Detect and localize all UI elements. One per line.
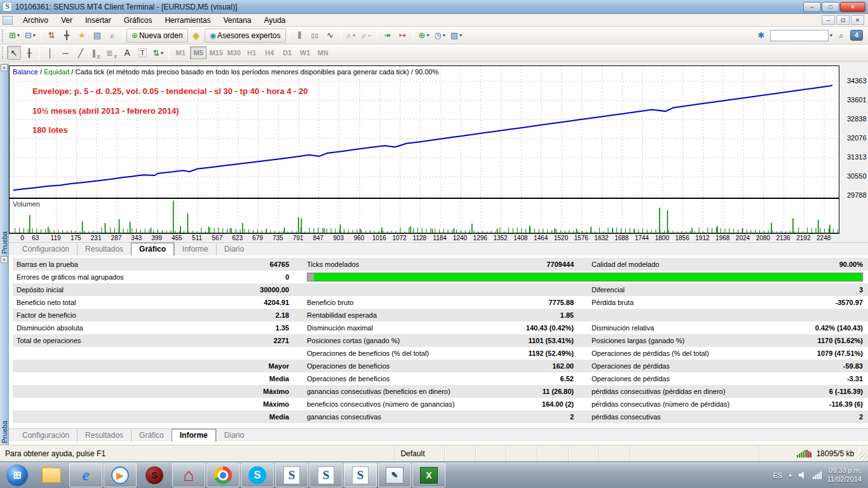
settings-button[interactable]: ✱ [754, 29, 768, 43]
minimize-button[interactable]: – [803, 2, 821, 12]
restore-button[interactable]: □ [822, 2, 839, 12]
timeframe-h4[interactable]: H4 [261, 46, 278, 59]
status-profile[interactable]: Default [395, 445, 444, 461]
close-button[interactable]: ✕ [840, 2, 865, 12]
chart-menu-icon[interactable] [3, 16, 13, 25]
auto-scroll-button[interactable]: ↠ [381, 29, 395, 43]
taskbar-maroon-app[interactable]: S [138, 463, 171, 487]
timeframe-h1[interactable]: H1 [243, 46, 260, 59]
taskbar-media-player[interactable]: ▶ [104, 463, 137, 487]
taskbar-start-button[interactable]: ⊞ [1, 463, 34, 487]
bar-chart-button[interactable]: ⫼ [293, 29, 307, 43]
taskbar-chrome[interactable] [207, 463, 240, 487]
profiles-button[interactable]: ⊟ ▾ [23, 29, 37, 43]
line-chart-button[interactable]: ∿ [323, 29, 337, 43]
mdi-restore-button[interactable]: ⊡ [836, 15, 850, 25]
maroon-app-icon: S [146, 466, 163, 484]
metaeditor-button[interactable]: ◆ [189, 29, 203, 43]
volume-icon[interactable] [799, 471, 807, 479]
menu-insertar[interactable]: Insertar [79, 15, 118, 26]
taskbar-internet-explorer[interactable]: e [69, 463, 102, 487]
taskbar-broker-app[interactable]: ⌂ [172, 463, 205, 487]
language-indicator[interactable]: ES [773, 471, 782, 479]
indicators-button[interactable]: ⊕ ▾ [417, 29, 431, 43]
navigator-button[interactable]: ★ [75, 29, 89, 43]
text-label-button[interactable]: T [135, 46, 149, 60]
text-button[interactable]: A [120, 46, 134, 60]
search-input[interactable] [770, 30, 829, 41]
chart-shift-button[interactable]: ↦ [396, 29, 410, 43]
cursor-button[interactable]: ↖ [7, 46, 21, 60]
channel-button[interactable]: ∥ E [89, 46, 103, 60]
periods-button[interactable]: ◷ ▾ [432, 29, 447, 43]
taskbar-mt4-terminal-3[interactable]: S [344, 463, 377, 487]
tab-diario[interactable]: Diario [216, 430, 252, 442]
asesores-expertos-button[interactable]: ◉ Asesores expertos [205, 29, 286, 43]
menu-ver[interactable]: Ver [55, 15, 79, 26]
y-tick: 33601 [847, 96, 867, 104]
timeframe-d1[interactable]: D1 [279, 46, 295, 59]
search-button[interactable]: ⌕ [834, 29, 848, 43]
tab-grafico[interactable]: Gráfico [131, 243, 174, 255]
cell-value: Media [269, 375, 289, 383]
taskbar-skype[interactable]: S [241, 463, 274, 487]
market-watch-button[interactable]: ⇅ [44, 29, 58, 43]
tab-informe[interactable]: Informe [174, 243, 216, 255]
report-panel-close-icon[interactable]: x [1, 256, 8, 263]
candlestick-button[interactable]: ▯▯ [308, 29, 322, 43]
clock[interactable]: 09:33 p.m. 11/02/2014 [827, 466, 862, 484]
tester-panel-close-icon[interactable]: x [1, 64, 8, 71]
data-window-button[interactable]: ╋ [60, 29, 74, 43]
tab-diario[interactable]: Diario [216, 243, 252, 255]
tab-grafico[interactable]: Gráfico [131, 430, 172, 442]
network-icon[interactable] [813, 471, 822, 479]
menu-ayuda[interactable]: Ayuda [257, 15, 292, 26]
timeframe-mn[interactable]: MN [315, 46, 331, 59]
tab-informe[interactable]: Informe [172, 429, 216, 442]
templates-button[interactable]: ▨ ▾ [449, 29, 464, 43]
tab-configuracion[interactable]: Configuración [14, 243, 77, 255]
new-chart-button[interactable]: ⊞ ▾ [7, 29, 22, 43]
trendline-button[interactable]: ╱ [74, 46, 88, 60]
taskbar-mt4-terminal-2[interactable]: S [309, 463, 342, 487]
timeframe-m5[interactable]: M5 [190, 46, 207, 59]
menu-ventana[interactable]: Ventana [217, 15, 257, 26]
tray-expand-icon[interactable]: ▲ [788, 472, 793, 478]
mdi-close-button[interactable]: ✕ [851, 15, 864, 25]
timeframe-m30[interactable]: M30 [226, 46, 242, 59]
tab-configuracion[interactable]: Configuración [14, 430, 77, 442]
tab-resultados[interactable]: Resultados [77, 430, 131, 442]
taskbar-mt4-terminal-1[interactable]: S [275, 463, 308, 487]
fibonacci-button[interactable]: ≣ F [104, 46, 119, 60]
crosshair-button[interactable]: ╂ [22, 46, 36, 60]
tab-resultados[interactable]: Resultados [77, 243, 131, 255]
menu-archivo[interactable]: Archivo [17, 15, 55, 26]
nueva-orden-button[interactable]: ⊕ Nueva orden [126, 29, 188, 43]
vertical-line-button[interactable]: │ [43, 46, 57, 60]
arrows-icon: ⇅ [153, 48, 159, 58]
resize-grip[interactable] [859, 452, 868, 461]
cell-value: Máximo [263, 388, 289, 395]
terminal-icon: ▤ [93, 30, 101, 40]
balance-chart: Balance / Equidad / Cada tick (el método… [9, 65, 839, 198]
taskbar-image-editor[interactable]: ✎ [378, 463, 411, 487]
arrows-button[interactable]: ⇅ ▾ [151, 46, 165, 60]
x-tick: 1072 [388, 234, 411, 241]
mdi-minimize-button[interactable]: – [822, 15, 835, 25]
community-badge[interactable]: 4 [850, 30, 863, 41]
zoom-out-button[interactable]: ⌕ − [360, 29, 374, 43]
taskbar-explorer[interactable] [35, 463, 68, 487]
timeframe-m15[interactable]: M15 [208, 46, 224, 59]
model-quality: / 90.00% [409, 68, 438, 76]
menu-herramientas[interactable]: Herramientas [158, 15, 217, 26]
terminal-button[interactable]: ▤ [90, 29, 104, 43]
cell-value: 2 [570, 413, 574, 421]
menu-graficos[interactable]: Gráficos [118, 15, 159, 26]
timeframe-w1[interactable]: W1 [297, 46, 313, 59]
horizontal-line-button[interactable]: ─ [58, 46, 72, 60]
timeframe-m1[interactable]: M1 [172, 46, 189, 59]
taskbar-excel[interactable]: X [412, 463, 445, 487]
zoom-in-button[interactable]: ⌕ + [344, 29, 358, 43]
search-dropdown[interactable]: ▾ [830, 32, 832, 38]
strategy-tester-button[interactable]: ⌕ [105, 29, 119, 43]
